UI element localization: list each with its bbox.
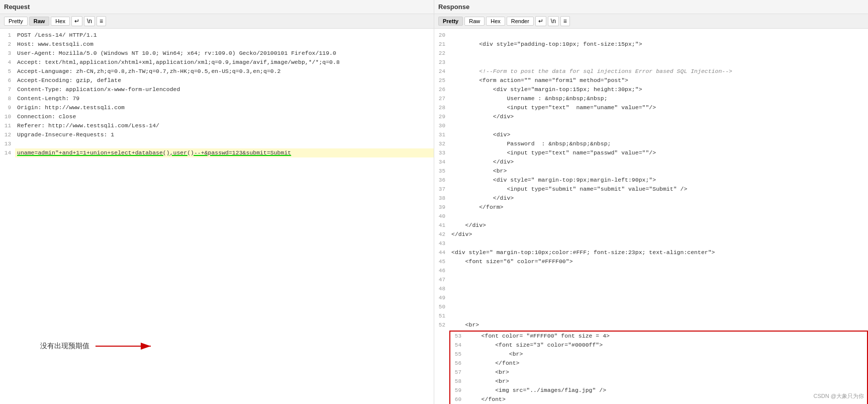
resp-line-54: 54 <font size="3" color="#0000ff"> <box>450 341 867 350</box>
resp-line-28: 28 <input type="text" name="uname" value… <box>434 103 868 112</box>
code-line-4: 4 Accept: text/html,application/xhtml+xm… <box>0 58 434 67</box>
resp-line-51: 51 <box>434 311 868 320</box>
request-icon-menu[interactable]: ≡ <box>97 16 106 26</box>
resp-line-50: 50 <box>434 302 868 311</box>
response-btn-hex[interactable]: Hex <box>486 17 505 26</box>
request-title: Request <box>4 3 30 11</box>
code-line-9: 9 Origin: http://www.testsqli.com <box>0 103 434 112</box>
resp-line-47: 47 <box>434 275 868 284</box>
code-line-2: 2 Host: www.testsqli.com <box>0 40 434 49</box>
resp-line-42: 42 </div> <box>434 230 868 239</box>
response-btn-raw[interactable]: Raw <box>464 17 485 26</box>
code-line-8: 8 Content-Length: 79 <box>0 94 434 103</box>
code-line-5: 5 Accept-Language: zh-CN,zh;q=0.8,zh-TW;… <box>0 67 434 76</box>
request-icon-newline[interactable]: \n <box>84 16 95 26</box>
code-line-13: 13 <box>0 139 434 148</box>
code-line-14: 14 uname=admin"+and+1=1+union+select+dat… <box>0 148 434 157</box>
resp-line-22: 22 <box>434 49 868 58</box>
resp-line-26: 26 <div style="margin-top:15px; height:3… <box>434 85 868 94</box>
response-icon-send[interactable]: ↵ <box>535 16 546 26</box>
request-btn-pretty[interactable]: Pretty <box>4 17 28 26</box>
resp-line-59: 59 <img src="../images/flag.jpg" /> <box>450 386 867 395</box>
code-line-6: 6 Accept-Encoding: gzip, deflate <box>0 76 434 85</box>
resp-line-30: 30 <box>434 121 868 130</box>
resp-line-60: 60 </font> <box>450 395 867 404</box>
response-btn-pretty[interactable]: Pretty <box>438 17 463 26</box>
panels-container: Request Pretty Raw Hex ↵ \n ≡ 1 POST /Le… <box>0 0 868 404</box>
resp-line-45: 45 <font size="6" color="#FFFF00"> <box>434 257 868 266</box>
request-btn-hex[interactable]: Hex <box>51 17 70 26</box>
resp-line-37: 37 <input type="submit" name="submit" va… <box>434 185 868 194</box>
response-header: Response <box>434 0 868 14</box>
response-btn-render[interactable]: Render <box>507 17 534 26</box>
resp-line-49: 49 <box>434 293 868 302</box>
response-panel: Response Pretty Raw Hex Render ↵ \n ≡ 20… <box>434 0 868 404</box>
response-icon-menu[interactable]: ≡ <box>560 16 570 26</box>
code-line-3: 3 User-Agent: Mozilla/5.0 (Windows NT 10… <box>0 49 434 58</box>
resp-line-34: 34 </div> <box>434 157 868 167</box>
code-line-1: 1 POST /Less-14/ HTTP/1.1 <box>0 31 434 40</box>
resp-line-20: 20 <box>434 31 868 40</box>
resp-line-36: 36 <div style=" margin-top:9px;margin-le… <box>434 176 868 185</box>
annotation: 没有出现预期值 <box>40 339 156 354</box>
watermark: CSDN @大象只为你 <box>814 392 864 400</box>
resp-line-46: 46 <box>434 266 868 275</box>
resp-line-33: 33 <input type="text" name="passwd" valu… <box>434 148 868 157</box>
resp-line-39: 39 </form> <box>434 203 868 212</box>
resp-line-23: 23 <box>434 58 868 67</box>
annotation-text: 没有出现预期值 <box>40 342 89 351</box>
resp-line-27: 27 Username : &nbsp;&nbsp;&nbsp; <box>434 94 868 103</box>
resp-line-24: 24 <!--Form to post the data for sql inj… <box>434 67 868 76</box>
resp-line-53: 53 <font color= "#FFFF00" font size = 4> <box>450 332 867 341</box>
resp-line-48: 48 <box>434 284 868 293</box>
red-highlight-box: 53 <font color= "#FFFF00" font size = 4>… <box>449 331 868 404</box>
response-icon-newline[interactable]: \n <box>548 16 559 26</box>
request-code-area[interactable]: 1 POST /Less-14/ HTTP/1.1 2 Host: www.te… <box>0 29 434 404</box>
request-panel: Request Pretty Raw Hex ↵ \n ≡ 1 POST /Le… <box>0 0 434 404</box>
resp-line-57: 57 <br> <box>450 368 867 377</box>
code-line-7: 7 Content-Type: application/x-www-form-u… <box>0 85 434 94</box>
request-header: Request <box>0 0 434 14</box>
resp-line-58: 58 <br> <box>450 377 867 386</box>
code-line-11: 11 Referer: http://www.testsqli.com/Less… <box>0 121 434 130</box>
response-code-area[interactable]: 20 21 <div style="padding-top:10px; font… <box>434 29 868 404</box>
annotation-arrow-svg <box>95 339 156 354</box>
resp-line-38: 38 </div> <box>434 194 868 203</box>
resp-line-56: 56 </font> <box>450 359 867 368</box>
resp-line-21: 21 <div style="padding-top:10px; font-si… <box>434 40 868 49</box>
code-line-10: 10 Connection: close <box>0 112 434 121</box>
resp-line-52: 52 <br> <box>434 320 868 330</box>
resp-line-29: 29 </div> <box>434 112 868 121</box>
resp-line-44: 44 <div style=" margin-top:10px;color:#F… <box>434 248 868 257</box>
request-toolbar: Pretty Raw Hex ↵ \n ≡ <box>0 14 434 29</box>
response-title: Response <box>438 3 469 11</box>
response-toolbar: Pretty Raw Hex Render ↵ \n ≡ <box>434 14 868 29</box>
resp-line-55: 55 <br> <box>450 350 867 359</box>
resp-line-41: 41 </div> <box>434 221 868 230</box>
resp-line-40: 40 <box>434 212 868 221</box>
code-line-12: 12 Upgrade-Insecure-Requests: 1 <box>0 130 434 139</box>
resp-line-43: 43 <box>434 239 868 248</box>
resp-line-31: 31 <div> <box>434 130 868 139</box>
request-btn-raw[interactable]: Raw <box>29 17 50 26</box>
request-icon-send[interactable]: ↵ <box>71 16 82 26</box>
resp-line-25: 25 <form action="" name="form1" method="… <box>434 76 868 85</box>
resp-line-32: 32 Password : &nbsp;&nbsp;&nbsp; <box>434 139 868 148</box>
resp-line-35: 35 <br> <box>434 167 868 176</box>
